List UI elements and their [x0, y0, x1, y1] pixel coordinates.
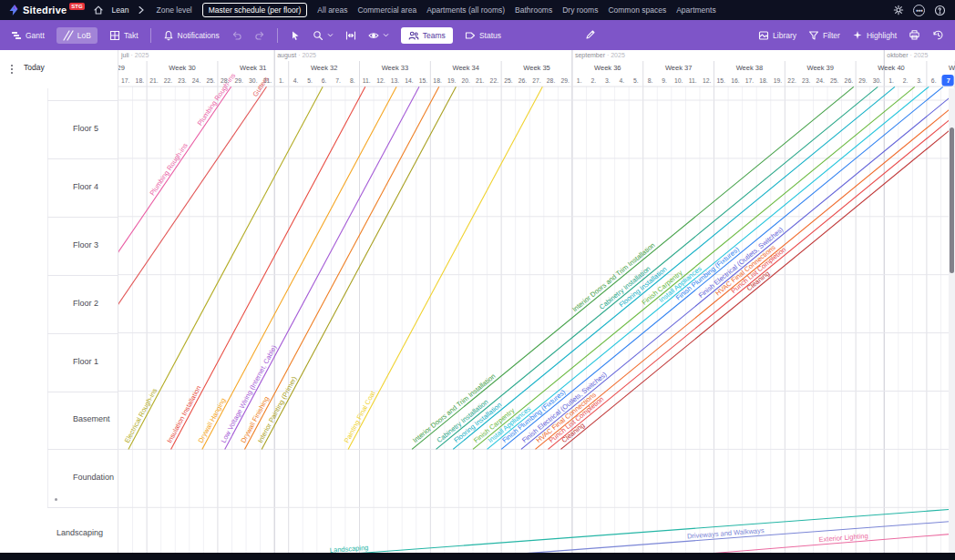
undo-button[interactable]: [231, 30, 242, 41]
help-icon[interactable]: [934, 5, 946, 16]
tab-dry-rooms[interactable]: Dry rooms: [562, 5, 598, 15]
vertical-scrollbar[interactable]: [949, 88, 955, 560]
week-label: Week 30: [169, 64, 195, 72]
chevron-right-icon: [138, 5, 145, 15]
section-label-landscaping[interactable]: Landscaping: [56, 528, 103, 537]
print-button[interactable]: [909, 29, 920, 41]
week-label: Week 38: [736, 64, 763, 72]
panel-row-separator: [47, 449, 118, 450]
task-label[interactable]: Exterior Lighting: [818, 532, 868, 544]
task-line[interactable]: [262, 87, 456, 449]
day-label: 24.: [192, 77, 201, 84]
day-label: 25.: [830, 77, 839, 84]
status-label: Status: [479, 31, 501, 40]
day-label: 16.: [731, 77, 740, 84]
brand[interactable]: Sitedrive STG: [7, 4, 85, 16]
home-icon[interactable]: [93, 5, 104, 15]
history-button[interactable]: [932, 29, 944, 41]
teams-label: Teams: [423, 31, 446, 40]
week-label: Week 35: [523, 64, 549, 72]
tab-common-spaces[interactable]: Common spaces: [608, 5, 666, 15]
floor-label-basement[interactable]: Basement: [73, 414, 110, 423]
floor-label-floor-2[interactable]: Floor 2: [73, 299, 98, 308]
scrollbar-thumb[interactable]: [950, 127, 954, 273]
day-label: 31.: [263, 77, 272, 84]
teams-button[interactable]: Teams: [401, 27, 453, 44]
tab-apartments-all-rooms[interactable]: Apartments (all rooms): [426, 5, 505, 15]
day-label: 21.: [476, 77, 485, 84]
panel-row-separator: [47, 217, 118, 218]
tab-bathrooms[interactable]: Bathrooms: [515, 5, 552, 15]
filter-button[interactable]: Filter: [808, 30, 840, 41]
today-button[interactable]: Today: [24, 63, 45, 72]
task-line[interactable]: [128, 87, 323, 449]
tab-apartments[interactable]: Apartments: [676, 5, 715, 15]
day-label: 25.: [504, 77, 513, 84]
row-marker-dot: [55, 498, 57, 501]
print-icon: [909, 29, 920, 41]
day-label: 22.: [787, 77, 796, 84]
breadcrumb-project[interactable]: Lean: [112, 5, 129, 15]
month-label: august · 2025: [277, 52, 316, 59]
cursor-tool-button[interactable]: [290, 30, 301, 41]
task-line[interactable]: [412, 87, 854, 449]
tab-commercial-area[interactable]: Commercial area: [357, 5, 416, 15]
day-label: 6.: [931, 77, 937, 84]
zoom-tool-button[interactable]: [313, 30, 334, 41]
task-line[interactable]: [453, 87, 895, 449]
task-label[interactable]: HVAC Final Connections: [714, 243, 777, 297]
gantt-view-button[interactable]: Gantt: [11, 30, 45, 41]
caret-down-icon: [327, 32, 334, 38]
status-button[interactable]: Status: [465, 30, 501, 41]
menu-kebab-icon[interactable]: [7, 62, 16, 78]
floor-sidebar: Today Floor 5 Floor 4 Floor 3 Floor 2 Fl…: [0, 50, 118, 560]
task-label[interactable]: Electrical Rough-ins: [123, 387, 159, 444]
task-label[interactable]: Plumbing Rough-ins: [196, 72, 238, 127]
fit-width-tool-button[interactable]: [345, 30, 356, 41]
week-label: Week 39: [806, 64, 833, 72]
task-line[interactable]: [244, 87, 438, 449]
bottom-bar: [0, 553, 955, 560]
gantt-icon: [11, 30, 22, 41]
day-label: 29.: [235, 77, 244, 84]
floor-label-floor-3[interactable]: Floor 3: [73, 240, 98, 249]
day-label: 19.: [774, 77, 783, 84]
panel-row-separator: [47, 333, 118, 334]
takt-view-button[interactable]: Takt: [109, 30, 139, 41]
day-label: 8.: [648, 77, 653, 84]
day-label: 23.: [802, 77, 811, 84]
tab-all-areas[interactable]: All areas: [317, 5, 347, 15]
day-label: 30.: [249, 77, 258, 84]
pen-tool-button[interactable]: [585, 29, 596, 40]
lob-view-button[interactable]: LoB: [56, 27, 98, 44]
task-label[interactable]: Insulation Installation: [165, 384, 202, 444]
redo-button[interactable]: [254, 30, 265, 41]
day-label: 27.: [532, 77, 541, 84]
tab-zone-level[interactable]: Zone level: [157, 5, 192, 15]
highlight-button[interactable]: Highlight: [852, 30, 897, 41]
task-label[interactable]: Plumbing Rough-ins: [148, 141, 190, 197]
floor-label-floor-4[interactable]: Floor 4: [73, 182, 98, 191]
task-line[interactable]: [171, 87, 365, 449]
settings-gear-icon[interactable]: [893, 5, 904, 15]
sitedrive-logo-icon: [7, 4, 20, 16]
task-line[interactable]: [501, 87, 943, 449]
tab-master-schedule-per-floor[interactable]: Master schedule (per floor): [202, 3, 308, 17]
day-label: 21.: [149, 77, 159, 84]
day-label: 29.: [560, 77, 570, 84]
library-button[interactable]: Library: [758, 30, 796, 41]
floor-label-floor-1[interactable]: Floor 1: [73, 357, 98, 366]
user-avatar[interactable]: ●●●: [913, 5, 925, 16]
lob-chart-canvas[interactable]: Plumbing Rough-insPlumbing Rough-insGutt…: [118, 50, 955, 560]
notifications-button[interactable]: Notifications: [163, 30, 220, 41]
task-line[interactable]: [348, 87, 542, 449]
floor-label-floor-5[interactable]: Floor 5: [73, 124, 98, 133]
task-line[interactable]: [225, 87, 419, 449]
floor-label-foundation[interactable]: Foundation: [73, 473, 114, 482]
day-label: 26.: [519, 77, 528, 84]
visibility-options-button[interactable]: [368, 30, 389, 41]
day-label: 3.: [605, 77, 611, 84]
highlight-label: Highlight: [867, 31, 897, 40]
pen-icon: [585, 29, 596, 40]
task-label[interactable]: Painting Final Coat: [343, 389, 377, 444]
